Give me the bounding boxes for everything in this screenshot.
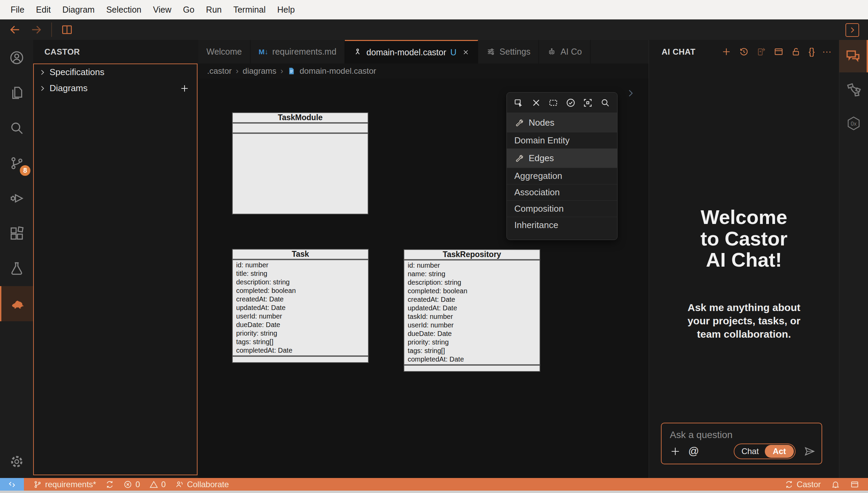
menu-item[interactable]: Go [177,5,200,15]
uml-methods [404,366,540,371]
mode-chat-option[interactable]: Chat [735,447,765,456]
new-chat-plus-icon[interactable] [721,47,731,57]
menu-item[interactable]: Edit [30,5,56,15]
breadcrumb-segment[interactable]: .castor [207,66,232,76]
source-control-icon[interactable]: 8 [0,145,33,181]
palette-collapse-chevron-icon[interactable] [625,88,636,98]
palette-item[interactable]: Inheritance [507,217,617,233]
uml-class-taskrepository[interactable]: TaskRepository id: numbername: stringdes… [404,249,540,372]
palette-item[interactable]: Association [507,184,617,200]
settings-gear-icon[interactable] [0,454,33,469]
uml-attribute: description: string [408,278,538,287]
tab-ai-companion[interactable]: AI Co [539,40,591,64]
check-circle-icon[interactable] [566,98,576,108]
add-diagram-button[interactable] [180,84,189,93]
marquee-select-icon[interactable] [548,98,558,108]
run-debug-icon[interactable] [0,181,33,216]
palette-item[interactable]: Composition [507,200,617,217]
tab-label: requirements.md [272,47,337,57]
sync-status[interactable] [105,480,114,489]
history-icon[interactable] [739,47,749,57]
ai-chat-welcome: Welcometo CastorAI Chat! Ask me anything… [649,207,839,341]
layout-panel-icon[interactable] [774,47,784,57]
menu-item[interactable]: File [5,5,30,15]
mode-act-option[interactable]: Act [765,445,794,458]
braces-icon[interactable]: {} [809,47,815,57]
palette-section-nodes[interactable]: Nodes [507,113,617,132]
mention-at-icon[interactable]: @ [688,445,699,457]
zoom-icon[interactable] [600,98,610,108]
uml-attribute: dueDate: Date [236,321,367,329]
testing-icon[interactable] [0,251,33,286]
uml-attribute: priority: string [408,338,538,347]
breadcrumb-separator: › [281,66,283,76]
menu-item[interactable]: Help [271,5,300,15]
uml-attribute: userId: number [408,321,538,329]
palette-item[interactable]: Domain Entity [507,132,617,149]
breadcrumb-separator: › [236,66,239,76]
palette-section-edges[interactable]: Edges [507,149,617,168]
search-icon[interactable] [0,110,33,145]
branch-status[interactable]: requirements* [33,480,96,489]
split-editor-icon[interactable] [61,24,73,36]
remote-indicator[interactable] [0,478,24,491]
warnings-status[interactable]: 0 [149,480,166,489]
open-in-editor-icon[interactable] [756,47,766,57]
close-icon[interactable] [462,48,470,56]
chat-bubbles-icon[interactable] [839,40,868,72]
menu-item[interactable]: Selection [100,5,147,15]
chat-input-box[interactable]: Ask a question @ Chat Act [661,423,822,464]
expand-panel-button[interactable] [845,23,859,37]
sidebar-item-diagrams[interactable]: Diagrams [34,80,197,96]
uml-attribute: updatedAt: Date [408,304,538,312]
panel-layout-button[interactable] [850,480,859,489]
tab-domain-model[interactable]: domain-model.castor U [345,40,478,64]
diagram-canvas[interactable]: TaskModule Task id: numbertitle: stringd… [198,79,649,478]
modified-indicator: U [450,47,457,57]
palette-item[interactable]: Aggregation [507,168,617,184]
uml-attributes: id: numbername: stringdescription: strin… [404,260,540,364]
notifications-bell[interactable] [831,480,840,489]
breadcrumb-file[interactable]: domain-model.castor [300,66,376,76]
chevron-right-icon [39,69,46,76]
uml-class-taskmodule[interactable]: TaskModule [232,112,368,214]
hierarchy-icon[interactable] [839,72,868,107]
account-icon[interactable] [0,40,33,75]
hex-0x-icon[interactable]: 0x [839,107,868,141]
menu-item[interactable]: Terminal [228,5,271,15]
castor-beaver-icon[interactable] [0,286,33,321]
uml-attribute: id: number [408,261,538,270]
send-button[interactable] [804,446,815,457]
tab-requirements[interactable]: M↓ requirements.md [250,40,345,64]
sidebar-item-specifications[interactable]: Specifications [34,64,197,80]
attach-plus-icon[interactable] [670,446,681,457]
fit-view-icon[interactable] [583,98,593,108]
uml-attribute: createdAt: Date [236,295,367,304]
chat-act-toggle[interactable]: Chat Act [734,443,796,459]
tab-label: domain-model.castor [366,47,446,57]
castor-status[interactable]: Castor [785,480,821,489]
explorer-icon[interactable] [0,75,33,110]
extensions-icon[interactable] [0,216,33,251]
wrench-icon [514,154,524,163]
errors-status[interactable]: 0 [123,480,140,489]
more-actions-icon[interactable]: ··· [822,47,831,57]
collaborate-status[interactable]: Collaborate [175,480,229,489]
delete-x-icon[interactable] [531,98,541,108]
menu-item[interactable]: Diagram [56,5,100,15]
editor-area: Welcome M↓ requirements.md domain-model.… [198,40,649,478]
collaborate-label: Collaborate [187,480,229,489]
back-arrow-icon[interactable] [9,24,21,36]
tab-welcome[interactable]: Welcome [198,40,250,64]
tree-item-label: Specifications [50,67,104,78]
breadcrumb-segment[interactable]: diagrams [243,66,276,76]
menu-item[interactable]: View [147,5,177,15]
error-icon [123,480,132,489]
forward-arrow-icon[interactable] [30,24,42,36]
select-cursor-icon[interactable] [514,98,524,108]
uml-class-task[interactable]: Task id: numbertitle: stringdescription:… [232,249,369,363]
uml-attribute: description: string [236,278,367,286]
tab-settings[interactable]: Settings [478,40,539,64]
menu-item[interactable]: Run [200,5,228,15]
lock-open-icon[interactable] [791,47,801,57]
